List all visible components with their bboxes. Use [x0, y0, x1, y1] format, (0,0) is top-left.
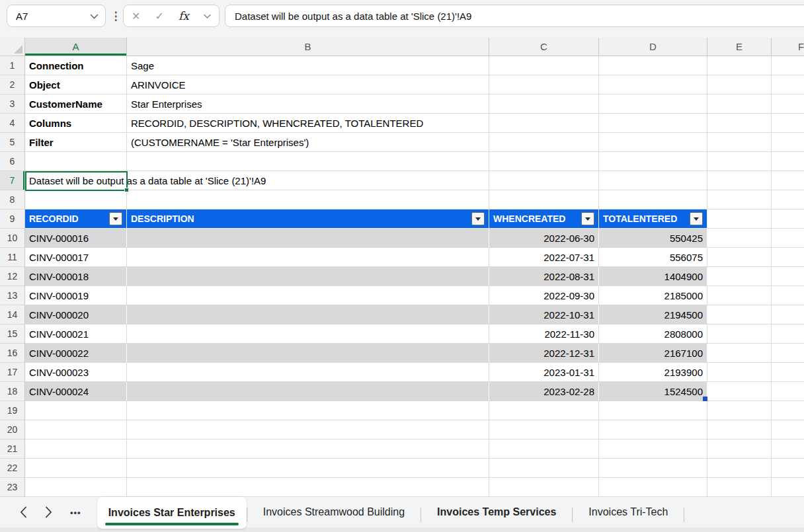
cell[interactable]: [772, 439, 804, 459]
filter-button[interactable]: [581, 212, 594, 225]
cell-whencreated[interactable]: 2022-09-30: [489, 286, 599, 305]
cell-totalentered[interactable]: 2193900: [599, 363, 707, 382]
cell[interactable]: [772, 133, 804, 152]
cell[interactable]: [599, 420, 707, 439]
row-header-7[interactable]: 7: [0, 171, 25, 190]
cell-totalentered[interactable]: 2167100: [599, 344, 707, 363]
row-header-1[interactable]: 1: [0, 56, 25, 75]
cell[interactable]: [127, 439, 489, 459]
cell[interactable]: [489, 152, 599, 171]
cell-B3[interactable]: Star Enterprises: [127, 95, 489, 114]
cell[interactable]: [707, 401, 772, 420]
cell[interactable]: [599, 95, 707, 114]
cell[interactable]: [772, 75, 804, 95]
cell-recordid[interactable]: CINV-000019: [25, 286, 127, 305]
cell-totalentered[interactable]: 1524500: [599, 382, 707, 401]
cell[interactable]: [25, 478, 127, 497]
cell[interactable]: [707, 229, 772, 248]
cell[interactable]: [707, 133, 772, 152]
filter-button[interactable]: [109, 212, 122, 225]
row-header-19[interactable]: 19: [0, 401, 25, 420]
cell-A1[interactable]: Connection: [25, 56, 127, 75]
tab-invoices-streamwood-building[interactable]: Invoices Streamwood Building: [247, 497, 421, 527]
cell-totalentered[interactable]: 556075: [599, 248, 707, 267]
row-header-14[interactable]: 14: [0, 305, 25, 324]
chevron-down-icon[interactable]: [90, 11, 99, 22]
cell[interactable]: [599, 439, 707, 459]
row-header-21[interactable]: 21: [0, 439, 25, 459]
cell[interactable]: [772, 305, 804, 324]
row-header-15[interactable]: 15: [0, 324, 25, 344]
cell[interactable]: [772, 248, 804, 267]
cell-description[interactable]: [127, 382, 489, 401]
cell-description[interactable]: [127, 344, 489, 363]
cell-description[interactable]: [127, 363, 489, 382]
cell-description[interactable]: [127, 324, 489, 344]
cell[interactable]: [599, 459, 707, 478]
table-header-whencreated[interactable]: WHENCREATED: [489, 209, 599, 229]
cell-recordid[interactable]: CINV-000017: [25, 248, 127, 267]
tab-invoices-star-enterprises[interactable]: Invoices Star Enterprises: [97, 497, 247, 529]
cell[interactable]: [25, 152, 127, 171]
cell-recordid[interactable]: CINV-000020: [25, 305, 127, 324]
row-header-16[interactable]: 16: [0, 344, 25, 363]
cell-A2[interactable]: Object: [25, 75, 127, 95]
cell-totalentered[interactable]: 2194500: [599, 305, 707, 324]
cell[interactable]: [489, 133, 599, 152]
cell-whencreated[interactable]: 2022-08-31: [489, 267, 599, 286]
cell[interactable]: [127, 190, 489, 209]
cell[interactable]: [772, 459, 804, 478]
cell[interactable]: [127, 420, 489, 439]
table-header-description[interactable]: DESCRIPTION: [127, 209, 489, 229]
fill-handle[interactable]: [124, 188, 129, 192]
chevron-down-icon[interactable]: [204, 10, 211, 22]
cell[interactable]: [599, 75, 707, 95]
column-header-b[interactable]: B: [127, 38, 489, 56]
cell[interactable]: [772, 190, 804, 209]
table-header-totalentered[interactable]: TOTALENTERED: [599, 209, 707, 229]
cell[interactable]: [707, 363, 772, 382]
cell-recordid[interactable]: CINV-000022: [25, 344, 127, 363]
cell[interactable]: [707, 95, 772, 114]
row-header-9[interactable]: 9: [0, 209, 25, 229]
cell[interactable]: [772, 344, 804, 363]
cell-description[interactable]: [127, 267, 489, 286]
next-sheet-icon[interactable]: [45, 506, 52, 518]
row-header-10[interactable]: 10: [0, 229, 25, 248]
cell[interactable]: [707, 324, 772, 344]
cell-description[interactable]: [127, 248, 489, 267]
column-header-d[interactable]: D: [599, 38, 707, 56]
cell[interactable]: [489, 95, 599, 114]
cell[interactable]: [599, 56, 707, 75]
cell[interactable]: [772, 401, 804, 420]
cell[interactable]: [707, 248, 772, 267]
cell-description[interactable]: [127, 305, 489, 324]
tab-invoices-tri-tech[interactable]: Invoices Tri-Tech: [573, 497, 684, 527]
cell[interactable]: [599, 171, 707, 190]
confirm-icon[interactable]: ✓: [155, 10, 164, 22]
cell[interactable]: [707, 286, 772, 305]
row-header-8[interactable]: 8: [0, 190, 25, 209]
cancel-icon[interactable]: ✕: [132, 10, 140, 22]
cell[interactable]: [707, 209, 772, 229]
cell[interactable]: [707, 190, 772, 209]
cell[interactable]: [489, 420, 599, 439]
insert-function-icon[interactable]: fx: [179, 9, 189, 22]
cell[interactable]: [772, 114, 804, 133]
row-header-4[interactable]: 4: [0, 114, 25, 133]
row-header-5[interactable]: 5: [0, 133, 25, 152]
row-header-6[interactable]: 6: [0, 152, 25, 171]
cell[interactable]: [772, 363, 804, 382]
cell[interactable]: [707, 382, 772, 401]
row-header-12[interactable]: 12: [0, 267, 25, 286]
row-header-20[interactable]: 20: [0, 420, 25, 439]
select-all-button[interactable]: [0, 38, 25, 56]
cell-whencreated[interactable]: 2022-07-31: [489, 248, 599, 267]
column-header-f[interactable]: F: [772, 38, 804, 56]
cell[interactable]: [25, 420, 127, 439]
cell[interactable]: [707, 305, 772, 324]
cell[interactable]: [772, 171, 804, 190]
cell[interactable]: [707, 56, 772, 75]
cell[interactable]: [489, 75, 599, 95]
cell[interactable]: [772, 229, 804, 248]
